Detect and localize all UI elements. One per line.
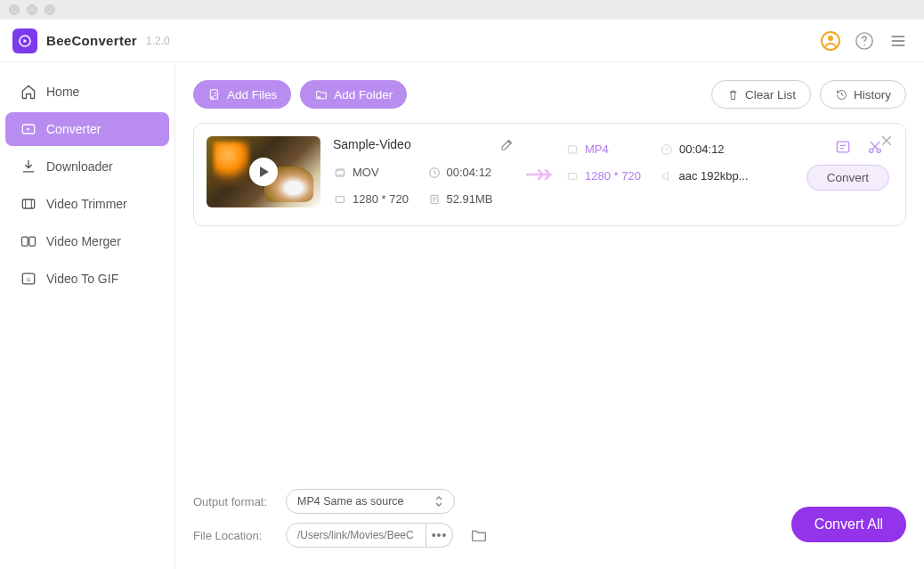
sidebar-item-label: Video To GIF bbox=[46, 272, 118, 286]
play-icon bbox=[249, 158, 278, 186]
sidebar-item-gif[interactable]: G Video To GIF bbox=[5, 262, 169, 296]
toolbar: Add Files Add Folder Clear List History bbox=[193, 80, 906, 109]
target-info: MP4 00:04:12 1280 * 720 aac 192kbp... bbox=[565, 136, 761, 190]
film-icon bbox=[565, 142, 580, 157]
topbar: BeeConverter 1.2.0 bbox=[0, 20, 924, 62]
clock-icon bbox=[427, 166, 442, 180]
sidebar-item-home[interactable]: Home bbox=[5, 75, 169, 109]
button-label: History bbox=[854, 88, 891, 102]
size-icon bbox=[427, 192, 442, 207]
button-label: Add Folder bbox=[334, 88, 393, 102]
settings-card-icon[interactable] bbox=[834, 138, 852, 156]
sidebar-item-merger[interactable]: Video Merger bbox=[5, 224, 169, 258]
button-label: Convert bbox=[827, 171, 869, 184]
svg-point-22 bbox=[870, 149, 873, 152]
svg-point-23 bbox=[877, 149, 880, 152]
svg-rect-7 bbox=[22, 237, 28, 246]
account-icon[interactable] bbox=[817, 28, 844, 54]
source-size: 52.91MB bbox=[447, 186, 493, 213]
main-panel: Add Files Add Folder Clear List History bbox=[175, 62, 924, 569]
menu-icon[interactable] bbox=[885, 28, 912, 54]
convert-button[interactable]: Convert bbox=[806, 165, 889, 191]
target-audio: aac 192kbp... bbox=[679, 163, 749, 190]
source-format: MOV bbox=[353, 159, 379, 186]
app-version: 1.2.0 bbox=[146, 35, 170, 47]
sidebar-item-label: Converter bbox=[46, 122, 101, 136]
audio-icon bbox=[660, 169, 674, 183]
chevron-up-down-icon bbox=[434, 495, 443, 508]
select-value: MP4 Same as source bbox=[297, 495, 404, 508]
app-name: BeeConverter bbox=[46, 33, 137, 48]
svg-rect-21 bbox=[837, 142, 848, 152]
open-folder-icon[interactable] bbox=[469, 525, 489, 545]
button-label: Add Files bbox=[227, 88, 277, 102]
file-location-label: File Location: bbox=[193, 529, 273, 542]
window-zoom-button[interactable] bbox=[45, 4, 55, 15]
source-resolution: 1280 * 720 bbox=[353, 186, 409, 213]
window-close-button[interactable] bbox=[9, 4, 20, 15]
svg-point-2 bbox=[828, 36, 833, 41]
clear-list-button[interactable]: Clear List bbox=[711, 80, 811, 109]
svg-rect-6 bbox=[22, 199, 34, 208]
sidebar-item-downloader[interactable]: Downloader bbox=[5, 150, 169, 183]
help-icon[interactable] bbox=[851, 28, 878, 54]
sidebar: Home Converter Downloader Video Trimmer … bbox=[0, 62, 175, 569]
sidebar-item-label: Video Trimmer bbox=[46, 197, 127, 211]
target-resolution[interactable]: 1280 * 720 bbox=[585, 163, 641, 190]
file-title: Sample-Video bbox=[333, 137, 490, 151]
film-icon bbox=[333, 166, 347, 180]
add-folder-button[interactable]: Add Folder bbox=[300, 80, 407, 109]
output-format-select[interactable]: MP4 Same as source bbox=[286, 489, 455, 514]
browse-location-button[interactable]: ••• bbox=[426, 523, 453, 548]
sidebar-item-label: Downloader bbox=[46, 159, 113, 174]
remove-item-icon[interactable] bbox=[879, 133, 895, 149]
output-format-label: Output format: bbox=[193, 495, 273, 508]
svg-text:G: G bbox=[27, 277, 31, 282]
sidebar-item-label: Video Merger bbox=[46, 234, 121, 248]
rename-icon[interactable] bbox=[499, 136, 515, 152]
arrow-icon bbox=[523, 166, 558, 183]
conversion-item: Sample-Video MOV 00:04:12 bbox=[193, 123, 906, 226]
svg-point-4 bbox=[863, 44, 865, 45]
resolution-icon bbox=[333, 192, 347, 207]
convert-all-button[interactable]: Convert All bbox=[791, 507, 906, 542]
sidebar-item-label: Home bbox=[46, 85, 79, 99]
app-logo-icon bbox=[12, 28, 37, 53]
clock-icon bbox=[660, 142, 674, 157]
video-thumbnail[interactable] bbox=[207, 136, 320, 207]
svg-rect-8 bbox=[29, 237, 36, 246]
add-files-button[interactable]: Add Files bbox=[193, 80, 291, 109]
svg-rect-20 bbox=[568, 174, 576, 180]
window-minimize-button[interactable] bbox=[27, 4, 37, 15]
button-label: Convert All bbox=[815, 516, 883, 532]
history-button[interactable]: History bbox=[820, 80, 906, 109]
source-info: Sample-Video MOV 00:04:12 bbox=[333, 136, 515, 213]
target-duration: 00:04:12 bbox=[679, 136, 725, 163]
file-location-path: /Users/link/Movies/BeeC bbox=[286, 523, 426, 548]
source-duration: 00:04:12 bbox=[447, 159, 492, 186]
sidebar-item-trimmer[interactable]: Video Trimmer bbox=[5, 187, 169, 221]
sidebar-item-converter[interactable]: Converter bbox=[5, 112, 169, 146]
window-titlebar bbox=[0, 0, 924, 20]
target-format[interactable]: MP4 bbox=[585, 136, 609, 163]
button-label: Clear List bbox=[745, 88, 796, 102]
resolution-icon bbox=[565, 169, 580, 183]
svg-rect-18 bbox=[568, 146, 576, 153]
svg-rect-16 bbox=[336, 197, 344, 203]
